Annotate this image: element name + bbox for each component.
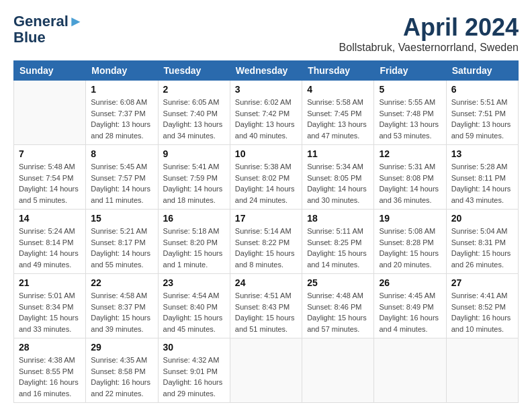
- table-row: 12Sunrise: 5:31 AMSunset: 8:08 PMDayligh…: [374, 145, 446, 210]
- day-info: Sunrise: 4:54 AMSunset: 8:40 PMDaylight:…: [163, 290, 225, 334]
- logo: General►Blue: [13, 13, 83, 46]
- col-monday: Monday: [86, 61, 158, 81]
- col-wednesday: Wednesday: [230, 61, 302, 81]
- table-row: 7Sunrise: 5:48 AMSunset: 7:54 PMDaylight…: [14, 145, 86, 210]
- day-info: Sunrise: 5:38 AMSunset: 8:02 PMDaylight:…: [235, 161, 297, 205]
- col-thursday: Thursday: [302, 61, 374, 81]
- day-number: 28: [19, 342, 81, 353]
- calendar-table: Sunday Monday Tuesday Wednesday Thursday…: [13, 60, 519, 403]
- calendar-week-row: 1Sunrise: 6:08 AMSunset: 7:37 PMDaylight…: [14, 81, 519, 145]
- day-info: Sunrise: 6:05 AMSunset: 7:40 PMDaylight:…: [163, 97, 225, 141]
- calendar-week-row: 7Sunrise: 5:48 AMSunset: 7:54 PMDaylight…: [14, 145, 519, 210]
- subtitle: Bollstabruk, Vaesternorrland, Sweden: [339, 42, 519, 54]
- day-number: 19: [379, 213, 441, 224]
- day-number: 6: [451, 84, 513, 95]
- day-info: Sunrise: 4:41 AMSunset: 8:52 PMDaylight:…: [451, 290, 513, 334]
- day-info: Sunrise: 6:02 AMSunset: 7:42 PMDaylight:…: [235, 97, 297, 141]
- day-info: Sunrise: 4:45 AMSunset: 8:49 PMDaylight:…: [379, 290, 441, 334]
- logo-text: General►Blue: [13, 13, 83, 46]
- day-number: 24: [235, 277, 297, 288]
- table-row: 10Sunrise: 5:38 AMSunset: 8:02 PMDayligh…: [230, 145, 302, 210]
- day-number: 23: [163, 277, 225, 288]
- table-row: 14Sunrise: 5:24 AMSunset: 8:14 PMDayligh…: [14, 210, 86, 274]
- table-row: 27Sunrise: 4:41 AMSunset: 8:52 PMDayligh…: [446, 274, 518, 338]
- table-row: 16Sunrise: 5:18 AMSunset: 8:20 PMDayligh…: [158, 210, 230, 274]
- title-block: April 2024 Bollstabruk, Vaesternorrland,…: [339, 13, 519, 54]
- table-row: 5Sunrise: 5:55 AMSunset: 7:48 PMDaylight…: [374, 81, 446, 145]
- day-info: Sunrise: 5:11 AMSunset: 8:25 PMDaylight:…: [307, 226, 369, 270]
- table-row: 24Sunrise: 4:51 AMSunset: 8:43 PMDayligh…: [230, 274, 302, 338]
- day-number: 5: [379, 84, 441, 95]
- day-info: Sunrise: 5:01 AMSunset: 8:34 PMDaylight:…: [19, 290, 81, 334]
- day-number: 27: [451, 277, 513, 288]
- day-info: Sunrise: 5:14 AMSunset: 8:22 PMDaylight:…: [235, 226, 297, 270]
- day-info: Sunrise: 5:34 AMSunset: 8:05 PMDaylight:…: [307, 161, 369, 205]
- table-row: 4Sunrise: 5:58 AMSunset: 7:45 PMDaylight…: [302, 81, 374, 145]
- table-row: [14, 81, 86, 145]
- day-number: 7: [19, 148, 81, 159]
- table-row: 8Sunrise: 5:45 AMSunset: 7:57 PMDaylight…: [86, 145, 158, 210]
- day-number: 4: [307, 84, 369, 95]
- day-number: 2: [163, 84, 225, 95]
- day-number: 13: [451, 148, 513, 159]
- table-row: 22Sunrise: 4:58 AMSunset: 8:37 PMDayligh…: [86, 274, 158, 338]
- day-number: 26: [379, 277, 441, 288]
- day-info: Sunrise: 5:48 AMSunset: 7:54 PMDaylight:…: [19, 161, 81, 205]
- table-row: [374, 338, 446, 403]
- day-number: 8: [91, 148, 152, 159]
- day-number: 25: [307, 277, 369, 288]
- day-info: Sunrise: 5:28 AMSunset: 8:11 PMDaylight:…: [451, 161, 513, 205]
- day-info: Sunrise: 5:24 AMSunset: 8:14 PMDaylight:…: [19, 226, 81, 270]
- main-title: April 2024: [339, 13, 519, 42]
- calendar-week-row: 21Sunrise: 5:01 AMSunset: 8:34 PMDayligh…: [14, 274, 519, 338]
- col-sunday: Sunday: [14, 61, 86, 81]
- day-number: 11: [307, 148, 369, 159]
- table-row: 3Sunrise: 6:02 AMSunset: 7:42 PMDaylight…: [230, 81, 302, 145]
- day-info: Sunrise: 5:21 AMSunset: 8:17 PMDaylight:…: [91, 226, 152, 270]
- table-row: [302, 338, 374, 403]
- table-row: [446, 338, 518, 403]
- day-number: 29: [91, 342, 152, 353]
- day-info: Sunrise: 5:31 AMSunset: 8:08 PMDaylight:…: [379, 161, 441, 205]
- table-row: 2Sunrise: 6:05 AMSunset: 7:40 PMDaylight…: [158, 81, 230, 145]
- day-info: Sunrise: 5:08 AMSunset: 8:28 PMDaylight:…: [379, 226, 441, 270]
- day-info: Sunrise: 4:51 AMSunset: 8:43 PMDaylight:…: [235, 290, 297, 334]
- day-info: Sunrise: 4:32 AMSunset: 9:01 PMDaylight:…: [163, 355, 225, 399]
- table-row: 1Sunrise: 6:08 AMSunset: 7:37 PMDaylight…: [86, 81, 158, 145]
- calendar-header-row: Sunday Monday Tuesday Wednesday Thursday…: [14, 61, 519, 81]
- day-number: 9: [163, 148, 225, 159]
- day-number: 14: [19, 213, 81, 224]
- page-header: General►Blue April 2024 Bollstabruk, Vae…: [13, 13, 519, 54]
- day-number: 18: [307, 213, 369, 224]
- table-row: 15Sunrise: 5:21 AMSunset: 8:17 PMDayligh…: [86, 210, 158, 274]
- day-info: Sunrise: 5:04 AMSunset: 8:31 PMDaylight:…: [451, 226, 513, 270]
- table-row: 13Sunrise: 5:28 AMSunset: 8:11 PMDayligh…: [446, 145, 518, 210]
- day-info: Sunrise: 4:38 AMSunset: 8:55 PMDaylight:…: [19, 355, 81, 399]
- table-row: 26Sunrise: 4:45 AMSunset: 8:49 PMDayligh…: [374, 274, 446, 338]
- table-row: 29Sunrise: 4:35 AMSunset: 8:58 PMDayligh…: [86, 338, 158, 403]
- table-row: 6Sunrise: 5:51 AMSunset: 7:51 PMDaylight…: [446, 81, 518, 145]
- calendar-week-row: 28Sunrise: 4:38 AMSunset: 8:55 PMDayligh…: [14, 338, 519, 403]
- table-row: 30Sunrise: 4:32 AMSunset: 9:01 PMDayligh…: [158, 338, 230, 403]
- day-number: 15: [91, 213, 152, 224]
- table-row: 25Sunrise: 4:48 AMSunset: 8:46 PMDayligh…: [302, 274, 374, 338]
- day-number: 21: [19, 277, 81, 288]
- day-number: 10: [235, 148, 297, 159]
- day-info: Sunrise: 5:41 AMSunset: 7:59 PMDaylight:…: [163, 161, 225, 205]
- col-saturday: Saturday: [446, 61, 518, 81]
- day-info: Sunrise: 5:51 AMSunset: 7:51 PMDaylight:…: [451, 97, 513, 141]
- calendar-week-row: 14Sunrise: 5:24 AMSunset: 8:14 PMDayligh…: [14, 210, 519, 274]
- table-row: 19Sunrise: 5:08 AMSunset: 8:28 PMDayligh…: [374, 210, 446, 274]
- table-row: 28Sunrise: 4:38 AMSunset: 8:55 PMDayligh…: [14, 338, 86, 403]
- table-row: [230, 338, 302, 403]
- day-info: Sunrise: 5:55 AMSunset: 7:48 PMDaylight:…: [379, 97, 441, 141]
- table-row: 21Sunrise: 5:01 AMSunset: 8:34 PMDayligh…: [14, 274, 86, 338]
- table-row: 18Sunrise: 5:11 AMSunset: 8:25 PMDayligh…: [302, 210, 374, 274]
- day-number: 20: [451, 213, 513, 224]
- day-number: 17: [235, 213, 297, 224]
- day-info: Sunrise: 5:58 AMSunset: 7:45 PMDaylight:…: [307, 97, 369, 141]
- table-row: 17Sunrise: 5:14 AMSunset: 8:22 PMDayligh…: [230, 210, 302, 274]
- day-info: Sunrise: 4:58 AMSunset: 8:37 PMDaylight:…: [91, 290, 152, 334]
- day-info: Sunrise: 4:35 AMSunset: 8:58 PMDaylight:…: [91, 355, 152, 399]
- table-row: 20Sunrise: 5:04 AMSunset: 8:31 PMDayligh…: [446, 210, 518, 274]
